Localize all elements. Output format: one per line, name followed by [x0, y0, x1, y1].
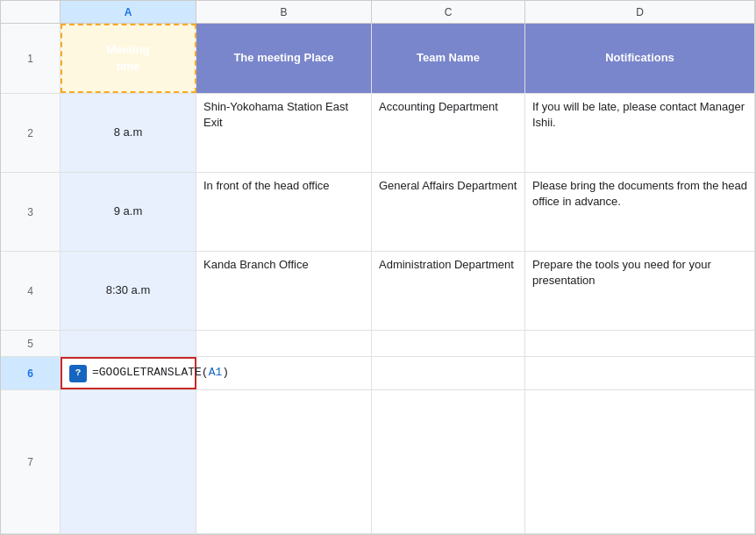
cell-b6[interactable]: [196, 357, 372, 389]
cell-b3[interactable]: In front of the head office: [196, 173, 372, 251]
row-num-5: 5: [1, 331, 61, 356]
cell-a4[interactable]: 8:30 a.m: [61, 252, 196, 330]
cell-a6[interactable]: ? =GOOGLETRANSLATE(A1): [61, 357, 196, 389]
cell-b1[interactable]: The meeting Place: [196, 24, 372, 93]
cell-c6[interactable]: [372, 357, 525, 389]
table-row: 7: [1, 390, 755, 534]
cell-d5[interactable]: [525, 331, 755, 356]
col-header-b[interactable]: B: [196, 1, 372, 23]
table-row: 2 8 a.m Shin-Yokohama Station East Exit …: [1, 94, 755, 173]
spreadsheet: A B C D 1 Meeting time The meeting Place…: [0, 0, 756, 535]
table-row: 3 9 a.m In front of the head office Gene…: [1, 173, 755, 252]
rows-area: 1 Meeting time The meeting Place Team Na…: [1, 24, 755, 534]
table-row: 4 8:30 a.m Kanda Branch Office Administr…: [1, 252, 755, 331]
row-num-7: 7: [1, 390, 61, 533]
cell-c1[interactable]: Team Name: [372, 24, 525, 93]
cell-b4[interactable]: Kanda Branch Office: [196, 252, 372, 330]
cell-c4[interactable]: Administration Department: [372, 252, 525, 330]
cell-a5[interactable]: [61, 331, 196, 356]
cell-a1[interactable]: Meeting time: [61, 24, 196, 93]
row-num-1: 1: [1, 24, 61, 93]
column-headers: A B C D: [1, 1, 755, 24]
cell-d6[interactable]: [525, 357, 755, 389]
cell-c3[interactable]: General Affairs Department: [372, 173, 525, 251]
table-row: 5: [1, 331, 755, 357]
corner-cell: [1, 1, 61, 23]
cell-b5[interactable]: [196, 331, 372, 356]
col-header-a[interactable]: A: [61, 1, 196, 23]
cell-d1[interactable]: Notifications: [525, 24, 755, 93]
cell-d4[interactable]: Prepare the tools you need for your pres…: [525, 252, 755, 330]
formula-help-icon: ?: [69, 365, 87, 382]
cell-d7[interactable]: [525, 390, 755, 533]
cell-b7[interactable]: [196, 390, 372, 533]
formula-prefix: =GOOGLETRANSLATE(: [92, 365, 209, 381]
cell-d2[interactable]: If you will be late, please contact Mana…: [525, 94, 755, 172]
cell-a7[interactable]: [61, 390, 196, 533]
cell-c2[interactable]: Accounting Department: [372, 94, 525, 172]
col-header-d[interactable]: D: [525, 1, 755, 23]
table-row: 1 Meeting time The meeting Place Team Na…: [1, 24, 755, 94]
row-num-2: 2: [1, 94, 61, 172]
table-row: 6 ? =GOOGLETRANSLATE(A1): [1, 357, 755, 390]
row-num-6: 6: [1, 357, 61, 389]
cell-a3[interactable]: 9 a.m: [61, 173, 196, 251]
col-header-c[interactable]: C: [372, 1, 525, 23]
cell-a2[interactable]: 8 a.m: [61, 94, 196, 172]
row-num-3: 3: [1, 173, 61, 251]
cell-c5[interactable]: [372, 331, 525, 356]
row-num-4: 4: [1, 252, 61, 330]
cell-d3[interactable]: Please bring the documents from the head…: [525, 173, 755, 251]
cell-c7[interactable]: [372, 390, 525, 533]
cell-b2[interactable]: Shin-Yokohama Station East Exit: [196, 94, 372, 172]
